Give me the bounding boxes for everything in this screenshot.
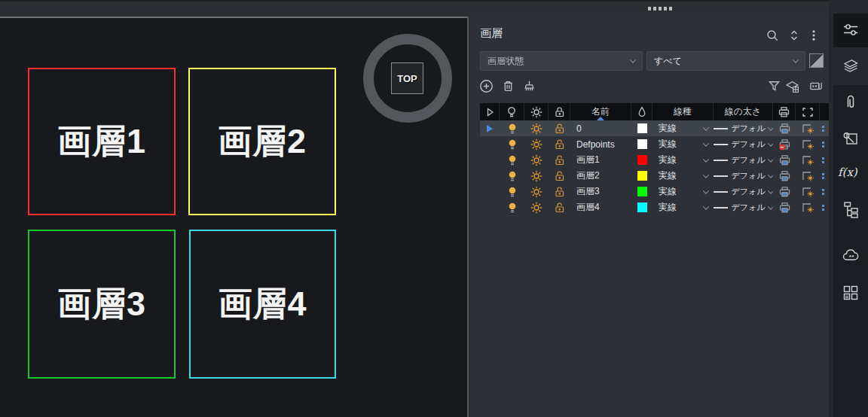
layer-vp-freeze-icon[interactable] — [796, 152, 820, 168]
layer-color-swatch[interactable] — [631, 168, 653, 184]
layer-on-bulb-icon[interactable] — [500, 136, 524, 152]
layer-state-dropdown[interactable]: 画層状態 — [480, 51, 643, 71]
layer-settings-icon[interactable] — [785, 79, 799, 93]
filter-funnel-icon[interactable] — [767, 79, 781, 93]
isolate-toggle-icon[interactable] — [809, 53, 824, 68]
layer-lock-icon[interactable] — [549, 136, 570, 152]
layer4-rectangle[interactable]: 画層4 — [189, 230, 336, 379]
layer-name[interactable]: 画層4 — [570, 199, 631, 215]
layer-lineweight[interactable]: デフォル — [714, 152, 773, 168]
search-icon[interactable] — [766, 29, 779, 42]
name-column-header[interactable]: 名前 — [570, 103, 631, 120]
layer-plot-icon[interactable] — [773, 152, 796, 168]
table-row[interactable]: 画層1 実線 デフォル — [480, 152, 830, 168]
layer-linetype[interactable]: 実線 — [653, 168, 714, 184]
layer-plot-icon[interactable] — [773, 199, 796, 215]
layer-linetype[interactable]: 実線 — [653, 136, 714, 152]
table-row[interactable]: 画層3 実線 デフォル — [480, 184, 830, 199]
layer-name[interactable]: 画層3 — [570, 184, 631, 199]
layer-freeze-sun-icon[interactable] — [524, 199, 549, 215]
cloud-sync-icon[interactable] — [842, 247, 860, 265]
layer-no-plot-icon[interactable] — [773, 136, 796, 152]
layer-lineweight[interactable]: デフォル — [714, 168, 773, 184]
table-row[interactable]: 画層2 実線 デフォル — [480, 168, 830, 184]
layer1-rectangle[interactable]: 画層1 — [28, 68, 176, 215]
collapse-icon[interactable] — [787, 29, 801, 42]
layer-freeze-sun-icon[interactable] — [524, 184, 549, 199]
attach-panel-icon[interactable] — [809, 79, 824, 93]
freeze-column-sun-icon[interactable] — [524, 103, 549, 120]
current-layer-indicator — [480, 152, 500, 168]
layer-lock-icon[interactable] — [549, 152, 570, 168]
layer-name[interactable]: 画層1 — [570, 152, 631, 168]
layer-color-swatch[interactable] — [631, 184, 653, 199]
calculator-fx-icon[interactable]: f(x) — [838, 166, 857, 179]
markup-icon[interactable] — [842, 129, 860, 147]
color-column-droplet-icon[interactable] — [631, 103, 653, 120]
layer-lock-icon[interactable] — [549, 184, 570, 199]
linetype-column-header[interactable]: 線種 — [653, 103, 714, 120]
layer-vp-freeze-icon[interactable] — [796, 168, 820, 184]
delete-layer-icon[interactable] — [501, 79, 515, 93]
vp-freeze-column-icon[interactable] — [796, 103, 820, 120]
layer-lineweight[interactable]: デフォル — [714, 184, 773, 199]
paperclip-icon[interactable] — [842, 93, 860, 111]
layer-on-bulb-icon[interactable] — [500, 152, 524, 168]
layer-plot-icon[interactable] — [773, 168, 796, 184]
layer-linetype[interactable]: 実線 — [653, 152, 714, 168]
table-row[interactable]: 画層4 実線 デフォル — [480, 199, 830, 215]
new-layer-icon[interactable] — [479, 79, 494, 93]
layer-freeze-sun-icon[interactable] — [524, 136, 549, 152]
sheet-set-icon[interactable] — [842, 200, 860, 218]
layer-lock-icon[interactable] — [549, 168, 570, 184]
layer-lock-icon[interactable] — [549, 199, 570, 215]
layer-vp-freeze-icon[interactable] — [796, 199, 820, 215]
current-column-header-icon[interactable] — [480, 103, 500, 120]
layer-color-swatch[interactable] — [631, 136, 653, 152]
layer-table-header[interactable]: 名前 線種 線の太さ — [480, 103, 830, 120]
lock-column-icon[interactable] — [549, 103, 570, 120]
layer-name[interactable]: 画層2 — [570, 168, 631, 184]
table-row[interactable]: 0 実線 デフォル — [480, 120, 830, 136]
layer-lineweight[interactable]: デフォル — [714, 136, 773, 152]
set-current-layer-icon[interactable] — [522, 79, 536, 93]
layer-lock-icon[interactable] — [549, 120, 570, 136]
layer-color-swatch[interactable] — [631, 120, 653, 136]
layer-linetype[interactable]: 実線 — [653, 120, 714, 136]
layer-color-swatch[interactable] — [631, 199, 653, 215]
blocks-grid-icon[interactable] — [842, 284, 860, 302]
layer-on-bulb-icon[interactable] — [500, 168, 524, 184]
layer-plot-icon[interactable] — [773, 184, 796, 199]
properties-sliders-icon[interactable] — [842, 21, 860, 39]
plot-column-printer-icon[interactable] — [773, 103, 796, 120]
lineweight-column-header[interactable]: 線の太さ — [714, 103, 773, 120]
layer-color-swatch[interactable] — [631, 152, 653, 168]
layer-freeze-sun-icon[interactable] — [524, 168, 549, 184]
panel-drag-handle[interactable] — [648, 7, 672, 11]
layer-name[interactable]: 0 — [570, 120, 631, 136]
layer-vp-freeze-icon[interactable] — [796, 136, 820, 152]
layer-filter-dropdown[interactable]: すべて — [646, 51, 805, 71]
layer-lineweight[interactable]: デフォル — [714, 120, 773, 136]
viewcube-top-face[interactable]: TOP — [391, 62, 423, 94]
layer-freeze-sun-icon[interactable] — [524, 152, 549, 168]
layers-icon[interactable] — [842, 56, 860, 75]
layer-on-bulb-icon[interactable] — [500, 184, 524, 199]
current-layer-indicator — [480, 120, 500, 136]
layer-on-bulb-icon[interactable] — [500, 199, 524, 215]
layer2-rectangle[interactable]: 画層2 — [188, 68, 336, 215]
layer3-rectangle[interactable]: 画層3 — [28, 230, 176, 379]
layer-vp-freeze-icon[interactable] — [796, 184, 820, 199]
layer-linetype[interactable]: 実線 — [653, 199, 714, 215]
on-column-bulb-icon[interactable] — [500, 103, 524, 120]
layer-vp-freeze-icon[interactable] — [796, 120, 820, 136]
layer-name[interactable]: Defpoints — [570, 136, 631, 152]
layer-lineweight[interactable]: デフォル — [714, 199, 773, 215]
table-row[interactable]: Defpoints 実線 デフォル — [480, 136, 830, 152]
drawing-canvas[interactable]: 画層1 画層2 画層3 画層4 TOP — [0, 17, 467, 417]
layer-linetype[interactable]: 実線 — [653, 184, 714, 199]
layer-on-bulb-icon[interactable] — [500, 120, 524, 136]
menu-icon[interactable] — [807, 29, 821, 42]
layer-freeze-sun-icon[interactable] — [524, 120, 549, 136]
layer-plot-icon[interactable] — [773, 120, 796, 136]
